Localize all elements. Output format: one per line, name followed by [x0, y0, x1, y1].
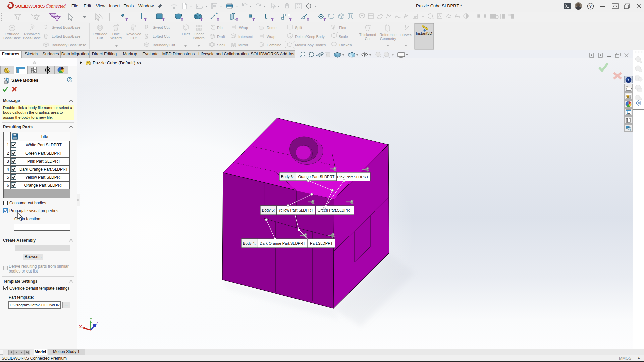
svg-text:Body 4:: Body 4: [243, 241, 256, 245]
svg-text:SOLIDWORKS: SOLIDWORKS [15, 4, 45, 9]
svg-text:Part.SLDPRT: Part.SLDPRT [310, 241, 333, 245]
svg-text:Instant3D: Instant3D [416, 31, 432, 35]
svg-text:?: ? [589, 4, 592, 9]
svg-text:Dark Orange Part.SLDPRT: Dark Orange Part.SLDPRT [260, 241, 305, 245]
svg-text:Pink Part.SLDPRT: Pink Part.SLDPRT [337, 175, 368, 179]
svg-text:Y: Y [90, 317, 92, 322]
svg-text:Orange Part.SLDPRT: Orange Part.SLDPRT [298, 175, 334, 179]
svg-text:Body 5:: Body 5: [262, 208, 275, 212]
svg-text:Body 6:: Body 6: [281, 175, 294, 179]
svg-text:Z: Z [96, 321, 98, 326]
svg-text:Green Part.SLDPRT: Green Part.SLDPRT [318, 208, 352, 212]
svg-text:X: X [79, 325, 82, 329]
svg-text:?: ? [69, 78, 71, 82]
svg-text:Connected: Connected [46, 4, 66, 9]
svg-text:Yellow Part.SLDPRT: Yellow Part.SLDPRT [278, 208, 313, 212]
